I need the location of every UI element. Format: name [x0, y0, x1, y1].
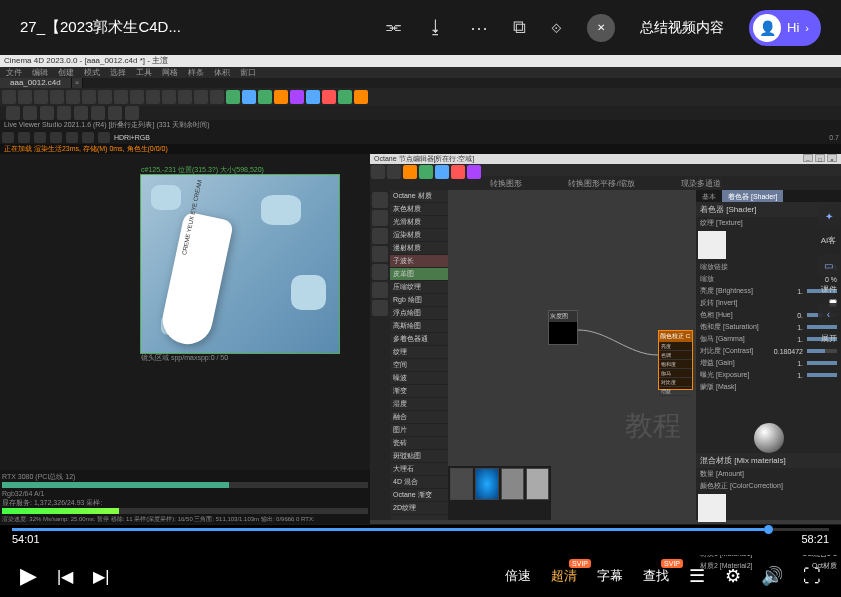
tool-btn[interactable] [34, 90, 48, 104]
prop-value[interactable]: 1. [773, 372, 803, 379]
node-color-correction[interactable]: 颜色校正 C 亮度 色调 饱和度 伽马 对比度 增益 [658, 330, 693, 390]
tool-btn[interactable] [2, 90, 16, 104]
menu-mode[interactable]: 模式 [84, 67, 100, 78]
menu-create[interactable]: 创建 [58, 67, 74, 78]
tool-btn[interactable] [66, 90, 80, 104]
slider[interactable] [807, 373, 837, 377]
tool-btn[interactable] [226, 90, 240, 104]
tool-btn[interactable] [258, 90, 272, 104]
tool-btn[interactable] [40, 106, 54, 120]
prop-value[interactable]: 0. [773, 312, 803, 319]
tool-btn[interactable] [23, 106, 37, 120]
menu-volume[interactable]: 体积 [214, 67, 230, 78]
node-tool[interactable] [435, 165, 449, 179]
node-menu-item[interactable]: Octane 材质 [390, 190, 448, 203]
menu-octane[interactable]: 窗口 [240, 67, 256, 78]
render-btn[interactable] [66, 132, 78, 143]
tool-btn[interactable] [354, 90, 368, 104]
node-menu-item[interactable]: 纹理 [390, 346, 448, 359]
node-menu-item[interactable]: 图片 [390, 424, 448, 437]
node-menu-list[interactable]: Octane 材质灰色材质光滑材质渲染材质漫射材质子波长皮革图压缩纹理Rgb 绘… [390, 190, 448, 520]
node-tab[interactable]: 转换图形 [482, 176, 530, 191]
pip-icon[interactable]: ⧉ [513, 17, 526, 38]
play-button[interactable]: ▶ [20, 563, 37, 589]
node-menu-item[interactable]: 空间 [390, 359, 448, 372]
ai-assistant-button[interactable]: ✦ [818, 205, 840, 227]
tool-btn[interactable] [98, 90, 112, 104]
node-menu-item[interactable]: 渐变 [390, 385, 448, 398]
summary-button[interactable]: 总结视频内容 [640, 19, 724, 37]
prop-value[interactable]: 0.180472 [773, 348, 803, 355]
menu-tools[interactable]: 工具 [136, 67, 152, 78]
viewport[interactable]: c#125,-231 位置(315.3?) 大小(598,520) CREME … [0, 154, 370, 524]
render-btn[interactable] [18, 132, 30, 143]
quality-button[interactable]: 超清SVIP [551, 567, 577, 585]
node-tool[interactable] [387, 165, 401, 179]
tool-btn[interactable] [178, 90, 192, 104]
tool-btn[interactable] [74, 106, 88, 120]
menu-edit[interactable]: 编辑 [32, 67, 48, 78]
node-tool[interactable] [451, 165, 465, 179]
render-btn[interactable] [82, 132, 94, 143]
render-btn[interactable] [34, 132, 46, 143]
sidebar-icon[interactable] [372, 264, 388, 280]
screen-icon[interactable]: ⟐ [551, 17, 562, 38]
prop-tab-basic[interactable]: 基本 [696, 190, 722, 202]
recommend-button[interactable]: 查找SVIP [643, 567, 669, 585]
tool-btn[interactable] [194, 90, 208, 104]
tool-btn[interactable] [242, 90, 256, 104]
render-btn[interactable] [50, 132, 62, 143]
c4d-main-menu[interactable]: 文件 编辑 创建 模式 选择 工具 网格 样条 体积 窗口 [0, 67, 841, 78]
node-tool[interactable] [467, 165, 481, 179]
render-btn[interactable] [98, 132, 110, 143]
tool-btn[interactable] [306, 90, 320, 104]
courseware-button[interactable]: ▭ [818, 254, 840, 276]
subtitle-button[interactable]: 字幕 [597, 567, 623, 585]
node-menu-item[interactable]: 2D纹理 [390, 502, 448, 515]
tool-btn[interactable] [210, 90, 224, 104]
tool-btn[interactable] [125, 106, 139, 120]
share-icon[interactable]: ⫘ [384, 17, 402, 38]
node-tab[interactable]: 现染多通道 [673, 176, 729, 191]
prop-value[interactable]: 1. [773, 324, 803, 331]
tool-btn[interactable] [82, 90, 96, 104]
tool-btn[interactable] [322, 90, 336, 104]
tool-btn[interactable] [57, 106, 71, 120]
node-menu-item[interactable]: Octane 渐变 [390, 489, 448, 502]
node-menu-item[interactable]: 浮点绘图 [390, 307, 448, 320]
close-button[interactable]: ✕ [587, 14, 615, 42]
tool-btn[interactable] [338, 90, 352, 104]
material-thumb[interactable] [501, 468, 524, 500]
node-canvas[interactable]: 灰度图 颜色校正 C 亮度 色调 饱和度 伽马 对比度 增益 [448, 190, 696, 520]
material-thumb[interactable] [450, 468, 473, 500]
node-menu-item[interactable]: 皮革图 [390, 268, 448, 281]
node-menu-item[interactable]: Rgb 绘图 [390, 294, 448, 307]
slider[interactable] [807, 361, 837, 365]
node-menu-item[interactable]: 灰色材质 [390, 203, 448, 216]
tool-btn[interactable] [18, 90, 32, 104]
node-menu-item[interactable]: 斑驳贴图 [390, 450, 448, 463]
material-thumb[interactable] [526, 468, 549, 500]
node-menu-item[interactable]: 压缩纹理 [390, 281, 448, 294]
node-menu-item[interactable]: 多着色器通 [390, 333, 448, 346]
profile-pill[interactable]: 👤 Hi › [749, 10, 821, 46]
slider[interactable] [807, 349, 837, 353]
menu-mesh[interactable]: 网格 [162, 67, 178, 78]
prop-value[interactable]: Oct材质 [812, 561, 837, 571]
next-button[interactable]: ▶| [93, 567, 109, 586]
menu-spline[interactable]: 样条 [188, 67, 204, 78]
render-btn[interactable] [2, 132, 14, 143]
tool-btn[interactable] [91, 106, 105, 120]
node-menu-item[interactable]: 融合 [390, 411, 448, 424]
tool-btn[interactable] [290, 90, 304, 104]
node-menu-item[interactable]: 4D 混合 [390, 476, 448, 489]
node-tool[interactable] [419, 165, 433, 179]
document-tab[interactable]: aaa_0012.c4d [0, 78, 72, 88]
node-menu-item[interactable]: 子波长 [390, 255, 448, 268]
close-btn[interactable]: × [827, 154, 837, 162]
sidebar-icon[interactable] [372, 282, 388, 298]
prop-tab-shader[interactable]: 着色器 [Shader] [722, 190, 783, 202]
node-menu-item[interactable]: 瓷砖 [390, 437, 448, 450]
expand-button[interactable]: ‹ [818, 303, 840, 325]
more-icon[interactable]: ⋯ [470, 17, 488, 39]
